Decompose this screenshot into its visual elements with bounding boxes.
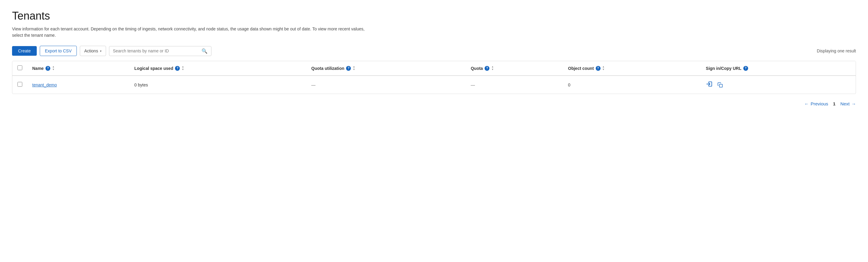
col-label-quota-utilization: Quota utilization bbox=[311, 66, 345, 71]
previous-button[interactable]: ← Previous bbox=[804, 101, 828, 106]
search-icon: 🔍 bbox=[202, 48, 208, 54]
col-header-object-count: Object count ? ▲ ▼ bbox=[563, 61, 701, 75]
col-header-logical-space: Logical space used ? ▲ ▼ bbox=[129, 61, 307, 75]
help-icon-name[interactable]: ? bbox=[45, 66, 50, 71]
help-icon-object-count[interactable]: ? bbox=[596, 66, 600, 71]
row-select-cell bbox=[12, 75, 27, 94]
sort-logical-space[interactable]: ▲ ▼ bbox=[182, 66, 184, 71]
select-all-column bbox=[12, 61, 27, 75]
tenants-table: Name ? ▲ ▼ Logical space used ? ▲ bbox=[12, 61, 856, 94]
sort-name[interactable]: ▲ ▼ bbox=[52, 66, 55, 71]
col-label-quota: Quota bbox=[471, 66, 483, 71]
sort-quota[interactable]: ▲ ▼ bbox=[491, 66, 494, 71]
select-all-checkbox[interactable] bbox=[18, 65, 22, 70]
row-logical-space-value: 0 bytes bbox=[134, 83, 148, 87]
col-header-quota: Quota ? ▲ ▼ bbox=[466, 61, 563, 75]
help-icon-quota-utilization[interactable]: ? bbox=[346, 66, 351, 71]
previous-label: Previous bbox=[810, 101, 828, 106]
tenant-name-link[interactable]: tenant_demo bbox=[32, 83, 57, 87]
sort-quota-utilization[interactable]: ▲ ▼ bbox=[353, 66, 355, 71]
row-quota-utilization-value: — bbox=[311, 83, 316, 87]
row-quota-utilization-cell: — bbox=[307, 75, 466, 94]
table-header-row: Name ? ▲ ▼ Logical space used ? ▲ bbox=[12, 61, 856, 75]
svg-rect-0 bbox=[719, 84, 722, 87]
row-checkbox[interactable] bbox=[18, 82, 22, 87]
row-logical-space-cell: 0 bytes bbox=[129, 75, 307, 94]
create-button[interactable]: Create bbox=[12, 46, 37, 56]
col-label-logical-space: Logical space used bbox=[134, 66, 173, 71]
col-header-sign-in-copy: Sign in/Copy URL ? bbox=[701, 61, 856, 75]
current-page-number: 1 bbox=[833, 101, 835, 106]
export-csv-button[interactable]: Export to CSV bbox=[40, 46, 77, 56]
actions-label: Actions bbox=[84, 48, 98, 53]
col-label-name: Name bbox=[32, 66, 44, 71]
row-quota-value: — bbox=[471, 83, 475, 87]
col-header-name: Name ? ▲ ▼ bbox=[27, 61, 129, 75]
help-icon-sign-in-copy[interactable]: ? bbox=[743, 66, 748, 71]
row-object-count-value: 0 bbox=[568, 83, 570, 87]
actions-dropdown-button[interactable]: Actions ▾ bbox=[80, 46, 106, 56]
toolbar: Create Export to CSV Actions ▾ 🔍 Display… bbox=[12, 46, 856, 56]
table-row: tenant_demo 0 bytes — — 0 bbox=[12, 75, 856, 94]
row-object-count-cell: 0 bbox=[563, 75, 701, 94]
search-input[interactable] bbox=[113, 48, 202, 53]
row-quota-cell: — bbox=[466, 75, 563, 94]
row-sign-in-copy-cell bbox=[701, 75, 856, 94]
copy-url-icon[interactable] bbox=[717, 82, 723, 88]
displaying-result: Displaying one result bbox=[817, 48, 856, 53]
pagination: ← Previous 1 Next → bbox=[12, 101, 856, 106]
next-button[interactable]: Next → bbox=[840, 101, 856, 106]
page-title: Tenants bbox=[12, 10, 856, 22]
help-icon-quota[interactable]: ? bbox=[485, 66, 489, 71]
arrow-right-icon: → bbox=[851, 101, 856, 106]
next-label: Next bbox=[840, 101, 849, 106]
sign-in-icon[interactable] bbox=[706, 81, 713, 89]
search-wrapper: 🔍 bbox=[109, 46, 211, 56]
sort-object-count[interactable]: ▲ ▼ bbox=[602, 66, 605, 71]
chevron-down-icon: ▾ bbox=[100, 50, 101, 53]
col-label-sign-in-copy: Sign in/Copy URL bbox=[706, 66, 742, 71]
arrow-left-icon: ← bbox=[804, 101, 809, 106]
row-name-cell: tenant_demo bbox=[27, 75, 129, 94]
col-header-quota-utilization: Quota utilization ? ▲ ▼ bbox=[307, 61, 466, 75]
tenants-table-container: Name ? ▲ ▼ Logical space used ? ▲ bbox=[12, 61, 856, 94]
help-icon-logical-space[interactable]: ? bbox=[175, 66, 180, 71]
page-description: View information for each tenant account… bbox=[12, 26, 373, 38]
col-label-object-count: Object count bbox=[568, 66, 594, 71]
